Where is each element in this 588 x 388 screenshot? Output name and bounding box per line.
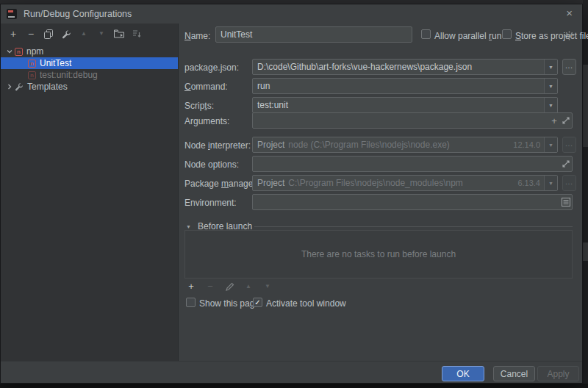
- section-divider: [254, 226, 573, 227]
- configurations-tree: n npm n UnitTest n test:unit:debug: [1, 46, 178, 93]
- node-interpreter-browse-button[interactable]: …: [562, 137, 576, 153]
- package-json-combobox[interactable]: D:\code\Github\art-forks\vue-hackernews\…: [252, 59, 558, 75]
- show-this-page-checkbox[interactable]: [186, 298, 196, 307]
- node-options-input[interactable]: [252, 156, 573, 172]
- package-manager-browse-button[interactable]: …: [562, 175, 576, 191]
- package-json-value: D:\code\Github\art-forks\vue-hackernews\…: [253, 62, 544, 72]
- dropdown-arrow-icon[interactable]: ▼: [544, 79, 557, 93]
- name-label: Name:: [184, 31, 210, 41]
- edit-templates-icon[interactable]: [61, 29, 71, 39]
- add-task-icon[interactable]: +: [186, 281, 196, 292]
- scripts-value: test:unit: [253, 100, 544, 110]
- store-as-project-file-checkbox[interactable]: [502, 29, 512, 39]
- new-folder-icon[interactable]: [114, 29, 124, 39]
- node-options-label: Node options:: [184, 159, 239, 170]
- dialog-icon: [7, 9, 17, 19]
- no-tasks-message: There are no tasks to run before launch: [301, 249, 456, 259]
- background-window-bottom: [0, 384, 588, 388]
- cancel-button[interactable]: Cancel: [493, 366, 535, 381]
- before-launch-toolbar: + − ▲ ▼: [186, 281, 273, 292]
- chevron-down-icon[interactable]: [4, 48, 15, 54]
- configurations-tree-panel: + − ▲ ▼ n npm: [1, 24, 179, 361]
- node-interpreter-value: Projectnode (C:\Program Files\nodejs\nod…: [253, 140, 513, 150]
- name-value: UnitTest: [216, 29, 412, 40]
- arguments-input[interactable]: +: [252, 112, 573, 129]
- move-up-icon[interactable]: ▲: [79, 29, 89, 39]
- templates-wrench-icon: [15, 82, 24, 91]
- ok-button[interactable]: OK: [442, 366, 484, 381]
- add-argument-icon[interactable]: +: [548, 113, 560, 128]
- remove-configuration-icon[interactable]: −: [26, 29, 36, 39]
- tree-item-unittest[interactable]: n UnitTest: [1, 57, 178, 69]
- npm-icon: n: [28, 60, 36, 68]
- package-manager-label: Package manager:: [184, 179, 259, 189]
- background-window-right: [583, 0, 588, 388]
- activate-tool-window-label: Activate tool window: [266, 298, 346, 309]
- package-manager-value: ProjectC:\Program Files\nodejs\node_modu…: [253, 178, 517, 188]
- add-configuration-icon[interactable]: +: [8, 29, 18, 39]
- chevron-right-icon[interactable]: [4, 84, 15, 90]
- store-as-project-file-label: Store as project file: [515, 31, 588, 41]
- package-json-label: package.json:: [184, 62, 239, 73]
- browse-environment-icon[interactable]: [560, 195, 572, 209]
- dialog-titlebar[interactable]: Run/Debug Configurations ×: [1, 4, 582, 24]
- tree-item-label: Templates: [27, 82, 68, 92]
- before-launch-tasks-panel[interactable]: There are no tasks to run before launch: [184, 230, 573, 279]
- expand-field-icon[interactable]: [560, 113, 572, 128]
- dropdown-arrow-icon[interactable]: ▼: [544, 60, 557, 74]
- move-task-down-icon[interactable]: ▼: [262, 281, 273, 292]
- check-icon: ✓: [254, 298, 260, 306]
- copy-configuration-icon[interactable]: [43, 29, 54, 39]
- dialog-title: Run/Debug Configurations: [24, 9, 132, 19]
- package-json-browse-button[interactable]: …: [562, 59, 576, 75]
- collapse-triangle-icon[interactable]: ▼: [186, 224, 191, 229]
- scripts-label: Scripts:: [184, 101, 214, 111]
- move-down-icon[interactable]: ▼: [96, 29, 107, 39]
- npm-icon: n: [28, 71, 36, 79]
- tree-item-npm-group[interactable]: n npm: [1, 46, 178, 57]
- allow-parallel-run-checkbox[interactable]: [421, 29, 431, 39]
- edit-task-icon[interactable]: [224, 281, 234, 292]
- tree-toolbar: + − ▲ ▼: [1, 24, 178, 43]
- move-task-up-icon[interactable]: ▲: [243, 281, 254, 292]
- dropdown-arrow-icon[interactable]: ▼: [544, 98, 557, 112]
- tree-item-templates[interactable]: Templates: [1, 81, 178, 93]
- node-interpreter-combobox[interactable]: Projectnode (C:\Program Files\nodejs\nod…: [252, 137, 558, 153]
- package-manager-combobox[interactable]: ProjectC:\Program Files\nodejs\node_modu…: [252, 175, 558, 191]
- node-interpreter-label: Node interpreter:: [184, 140, 251, 151]
- gear-icon[interactable]: [564, 30, 574, 43]
- remove-task-icon[interactable]: −: [205, 281, 215, 292]
- tree-item-label: npm: [26, 46, 43, 57]
- command-label: Command:: [184, 82, 228, 92]
- environment-input[interactable]: [252, 194, 573, 210]
- tree-item-test-unit-debug[interactable]: n test:unit:debug: [1, 69, 178, 81]
- tree-item-label: test:unit:debug: [40, 70, 98, 80]
- activate-tool-window-checkbox[interactable]: ✓: [253, 298, 262, 307]
- command-value: run: [253, 81, 544, 91]
- scripts-combobox[interactable]: test:unit ▼: [252, 97, 558, 113]
- arguments-label: Arguments:: [184, 116, 229, 126]
- name-input[interactable]: UnitTest: [215, 26, 412, 43]
- dropdown-arrow-icon[interactable]: ▼: [544, 137, 557, 152]
- expand-field-icon[interactable]: [560, 157, 572, 171]
- npm-icon: n: [15, 48, 23, 56]
- apply-button[interactable]: Apply: [537, 366, 579, 381]
- run-debug-configurations-dialog: Run/Debug Configurations × + − ▲ ▼: [0, 4, 583, 384]
- dropdown-arrow-icon[interactable]: ▼: [544, 176, 557, 190]
- tree-item-label: UnitTest: [40, 58, 71, 68]
- allow-parallel-run-label: Allow parallel run: [434, 31, 501, 41]
- command-combobox[interactable]: run ▼: [252, 78, 558, 94]
- node-version: 12.14.0: [513, 140, 544, 149]
- show-this-page-label: Show this page: [199, 298, 259, 309]
- sort-configurations-icon[interactable]: [132, 29, 142, 39]
- npm-version: 6.13.4: [517, 179, 544, 187]
- close-icon[interactable]: ×: [566, 6, 573, 21]
- environment-label: Environment:: [184, 198, 237, 208]
